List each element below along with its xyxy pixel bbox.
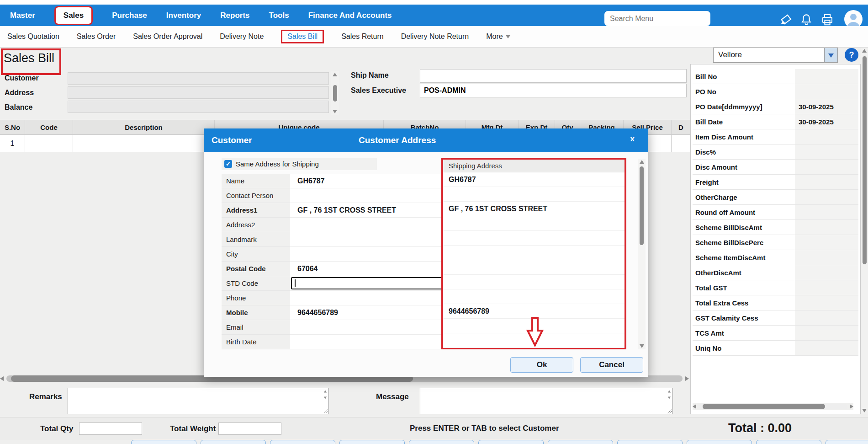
cancel-button[interactable]: Cancel bbox=[580, 357, 643, 373]
sub-nav-item[interactable]: Sales Return bbox=[341, 32, 384, 41]
top-nav-item[interactable]: Reports bbox=[220, 11, 249, 20]
action-button[interactable] bbox=[478, 440, 544, 444]
ok-button[interactable]: Ok bbox=[510, 357, 573, 373]
shipping-field-value[interactable] bbox=[443, 231, 625, 246]
shipping-field-value[interactable] bbox=[443, 246, 625, 260]
action-button[interactable] bbox=[687, 440, 752, 444]
sub-nav-item[interactable]: Sales Bill bbox=[281, 30, 324, 43]
summary-hscrollbar[interactable] bbox=[693, 403, 853, 410]
address-field-input[interactable] bbox=[290, 188, 441, 203]
scroll-left-icon[interactable] bbox=[0, 376, 4, 381]
action-button[interactable] bbox=[617, 440, 683, 444]
page-vscrollbar[interactable] bbox=[861, 48, 868, 414]
shipping-field-value[interactable]: GF , 76 1ST CROSS STREET bbox=[443, 202, 625, 216]
shipping-field-value[interactable] bbox=[443, 216, 625, 231]
sub-nav-item[interactable]: Delivery Note bbox=[220, 32, 264, 41]
address-field-input[interactable] bbox=[290, 291, 441, 305]
sub-nav-item[interactable]: Delivery Note Return bbox=[401, 32, 469, 41]
textarea-scroll-arrows[interactable] bbox=[323, 390, 328, 400]
shipping-field-value[interactable] bbox=[443, 275, 625, 289]
address-field-input[interactable]: GF , 76 1ST CROSS STREET bbox=[290, 203, 441, 218]
shipping-field-value[interactable] bbox=[443, 289, 625, 304]
top-nav-item[interactable]: Master bbox=[10, 11, 35, 20]
ship-name-input[interactable] bbox=[420, 69, 687, 83]
summary-row-value[interactable] bbox=[795, 235, 858, 250]
theme-brush-icon[interactable] bbox=[779, 13, 793, 27]
scroll-down-icon[interactable] bbox=[324, 397, 327, 399]
summary-row-value[interactable]: 30-09-2025 bbox=[795, 114, 858, 129]
branch-dropdown-button[interactable] bbox=[824, 48, 837, 62]
scrollbar-thumb[interactable] bbox=[333, 85, 337, 102]
sub-nav-item[interactable]: Sales Quotation bbox=[7, 32, 59, 41]
shipping-field-value[interactable] bbox=[443, 187, 625, 202]
user-avatar[interactable] bbox=[844, 10, 863, 28]
action-button[interactable] bbox=[270, 440, 335, 444]
total-qty-input[interactable] bbox=[79, 423, 142, 435]
remarks-textarea[interactable] bbox=[68, 388, 328, 414]
scroll-up-icon[interactable] bbox=[324, 391, 327, 393]
scroll-up-icon[interactable] bbox=[862, 49, 867, 53]
summary-row-value[interactable] bbox=[795, 205, 858, 219]
address-field-input[interactable] bbox=[290, 247, 441, 262]
scroll-down-icon[interactable] bbox=[668, 397, 671, 399]
address-field[interactable] bbox=[68, 86, 329, 99]
action-button[interactable] bbox=[756, 440, 821, 444]
help-icon[interactable]: ? bbox=[845, 48, 858, 62]
scroll-down-icon[interactable] bbox=[333, 110, 337, 113]
summary-row-value[interactable] bbox=[795, 84, 858, 99]
message-textarea[interactable] bbox=[420, 388, 672, 414]
summary-row-value[interactable] bbox=[795, 295, 858, 310]
cell-code[interactable] bbox=[25, 135, 73, 152]
summary-row-value[interactable] bbox=[795, 175, 858, 189]
print-icon[interactable] bbox=[820, 13, 834, 27]
sales-executive-input[interactable] bbox=[420, 84, 687, 97]
sub-nav-item[interactable]: More bbox=[486, 32, 510, 41]
summary-row-value[interactable] bbox=[795, 220, 858, 235]
notifications-bell-icon[interactable] bbox=[799, 13, 813, 27]
customer-field[interactable] bbox=[68, 72, 329, 85]
summary-row-value[interactable] bbox=[795, 129, 858, 144]
cell-disc[interactable] bbox=[672, 135, 690, 152]
scroll-right-icon[interactable] bbox=[850, 404, 853, 409]
scroll-down-icon[interactable] bbox=[640, 344, 644, 348]
address-field-input[interactable] bbox=[290, 276, 441, 291]
top-nav-item[interactable]: Finance And Accounts bbox=[308, 11, 392, 20]
modal-vscrollbar[interactable] bbox=[638, 159, 646, 349]
action-button[interactable] bbox=[409, 440, 474, 444]
summary-row-value[interactable] bbox=[795, 310, 858, 325]
same-address-checkbox[interactable] bbox=[224, 160, 232, 168]
top-nav-item[interactable]: Inventory bbox=[166, 11, 201, 20]
branch-select[interactable]: Vellore bbox=[713, 48, 838, 63]
total-weight-input[interactable] bbox=[218, 423, 281, 435]
cell-description[interactable] bbox=[73, 135, 215, 152]
summary-row-value[interactable] bbox=[795, 160, 858, 174]
action-button[interactable] bbox=[548, 440, 613, 444]
top-nav-item[interactable]: Tools bbox=[269, 11, 289, 20]
sub-nav-item[interactable]: Sales Order Approval bbox=[133, 32, 202, 41]
summary-row-value[interactable] bbox=[795, 144, 858, 159]
scroll-down-icon[interactable] bbox=[862, 409, 867, 412]
customer-form-scrollbar[interactable] bbox=[331, 71, 339, 115]
address-field-input[interactable] bbox=[290, 335, 441, 349]
action-button[interactable] bbox=[131, 440, 196, 444]
search-input[interactable] bbox=[604, 11, 710, 26]
action-button[interactable] bbox=[201, 440, 266, 444]
address-field-input[interactable]: GH6787 bbox=[290, 174, 441, 188]
scroll-up-icon[interactable] bbox=[333, 73, 337, 76]
summary-row-value[interactable] bbox=[795, 190, 858, 204]
shipping-field-value[interactable] bbox=[443, 260, 625, 275]
scrollbar-thumb[interactable] bbox=[640, 166, 644, 245]
scroll-up-icon[interactable] bbox=[668, 391, 671, 393]
summary-row-value[interactable]: 30-09-2025 bbox=[795, 99, 858, 114]
address-field-input[interactable] bbox=[290, 320, 441, 335]
address-field-input[interactable] bbox=[290, 218, 441, 232]
summary-row-value[interactable] bbox=[795, 280, 858, 295]
action-button[interactable] bbox=[339, 440, 405, 444]
scrollbar-thumb[interactable] bbox=[703, 404, 825, 409]
shipping-field-value[interactable]: GH6787 bbox=[443, 172, 625, 187]
scrollbar-thumb[interactable] bbox=[863, 56, 867, 264]
address-field-input[interactable] bbox=[290, 232, 441, 247]
top-nav-item[interactable]: Purchase bbox=[112, 11, 147, 20]
summary-row-value[interactable] bbox=[795, 265, 858, 280]
scroll-up-icon[interactable] bbox=[640, 160, 644, 164]
